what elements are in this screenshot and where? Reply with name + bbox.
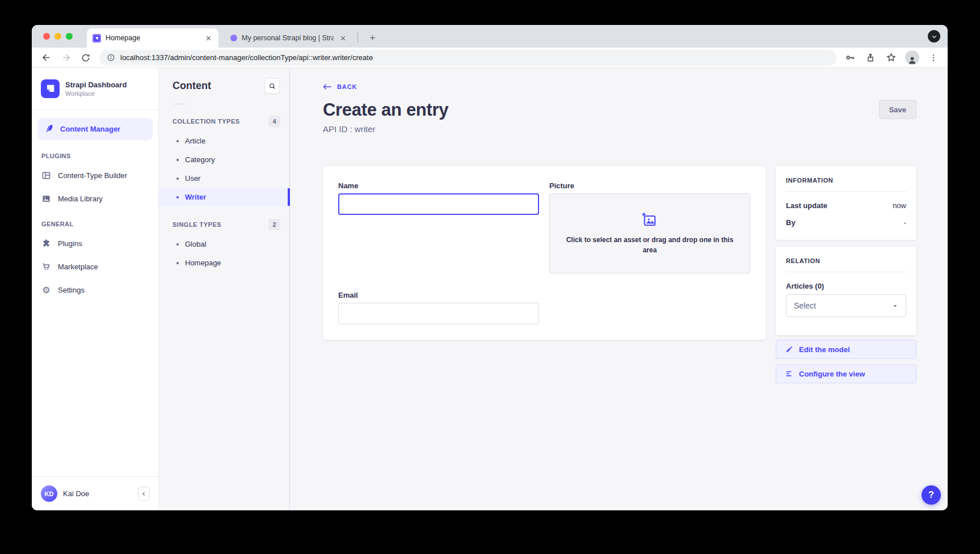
strapi-admin-app: Strapi Dashboard Workplace Content Manag… — [32, 68, 948, 510]
workspace-header[interactable]: Strapi Dashboard Workplace — [32, 68, 158, 110]
sidebar-item-label: Content-Type Builder — [58, 171, 127, 180]
minimize-window-button[interactable] — [54, 33, 61, 40]
articles-relation-label: Articles (0) — [786, 282, 906, 290]
info-value: - — [904, 218, 906, 227]
image-icon — [41, 194, 51, 204]
tab-title: Homepage — [106, 34, 199, 42]
tab-strip: Homepage My personal Strapi blog | Strap — [32, 25, 948, 48]
key-icon[interactable] — [844, 52, 856, 64]
gear-icon: ⚙ — [41, 285, 51, 295]
new-tab-button[interactable] — [364, 29, 380, 45]
help-button[interactable]: ? — [922, 485, 941, 505]
browser-menu-icon[interactable] — [927, 52, 940, 64]
blog-favicon-icon — [230, 35, 237, 41]
subnav-item-label: Global — [185, 240, 207, 248]
tab-title: My personal Strapi blog | Strap — [242, 34, 334, 42]
configure-lines-icon — [785, 370, 793, 378]
sidebar-item-media-library[interactable]: Media Library — [32, 187, 158, 210]
url-bar[interactable]: localhost:1337/admin/content-manager/col… — [99, 50, 836, 66]
cart-icon — [41, 262, 51, 272]
info-label: By — [786, 218, 796, 227]
bullet-icon — [176, 196, 179, 198]
sidebar-item-content-manager[interactable]: Content Manager — [37, 118, 153, 140]
tab-homepage[interactable]: Homepage — [87, 28, 218, 48]
select-value: Select — [794, 301, 816, 310]
share-icon[interactable] — [864, 52, 877, 64]
configure-view-label: Configure the view — [799, 370, 865, 378]
sidebar-item-marketplace[interactable]: Marketplace — [32, 255, 158, 278]
sidebar-item-plugins[interactable]: Plugins — [32, 232, 158, 255]
forward-nav-icon[interactable] — [60, 52, 72, 64]
subnav-item-global[interactable]: Global — [159, 235, 289, 253]
group-header-collection-types: COLLECTION TYPES 4 — [159, 111, 289, 132]
sidebar-item-label: Settings — [58, 286, 85, 294]
info-value: now — [893, 201, 906, 210]
entry-form-card: Name Picture Click to select an asset or… — [323, 166, 766, 340]
bullet-icon — [176, 159, 179, 161]
chevron-down-icon — [892, 303, 898, 309]
back-label: BACK — [337, 83, 357, 90]
subnav-item-homepage[interactable]: Homepage — [159, 253, 289, 272]
group-header-single-types: SINGLE TYPES 2 — [159, 214, 289, 235]
bullet-icon — [176, 140, 179, 142]
strapi-logo-icon — [41, 79, 60, 98]
sidebar-item-label: Media Library — [58, 194, 103, 203]
divider — [786, 191, 906, 192]
bullet-icon — [176, 177, 179, 180]
name-input[interactable] — [338, 193, 539, 215]
feather-pen-icon — [45, 124, 54, 134]
collapse-sidebar-button[interactable] — [138, 487, 150, 501]
content-subnav: Content COLLECTION TYPES 4 Article Categ… — [159, 68, 290, 510]
user-area: KD Kai Doe — [32, 476, 158, 510]
strapi-favicon-icon — [92, 34, 101, 43]
sidebar-item-content-type-builder[interactable]: Content-Type Builder — [32, 164, 158, 187]
picture-upload-dropzone[interactable]: Click to select an asset or drag and dro… — [549, 193, 750, 273]
save-button[interactable]: Save — [879, 100, 916, 119]
subnav-item-category[interactable]: Category — [159, 150, 289, 169]
information-title: INFORMATION — [786, 177, 906, 184]
divider — [786, 272, 906, 272]
search-button[interactable] — [264, 78, 280, 94]
subnav-item-label: Writer — [185, 193, 206, 201]
browser-profile-avatar[interactable] — [905, 50, 919, 65]
close-window-button[interactable] — [43, 33, 50, 40]
subnav-item-label: Homepage — [185, 259, 221, 267]
pencil-icon — [785, 345, 793, 353]
back-nav-icon[interactable] — [40, 52, 52, 64]
bullet-icon — [176, 243, 179, 246]
section-label-plugins: PLUGINS — [32, 142, 158, 164]
puzzle-icon — [41, 239, 51, 248]
page-title: Create an entry — [323, 100, 448, 120]
page-subtitle: API ID : writer — [323, 124, 916, 134]
edit-model-button[interactable]: Edit the model — [776, 340, 916, 359]
subnav-item-user[interactable]: User — [159, 169, 289, 188]
tab-search-button[interactable] — [928, 30, 940, 43]
close-tab-icon[interactable] — [204, 33, 213, 43]
subnav-item-article[interactable]: Article — [159, 132, 289, 150]
back-link[interactable]: BACK — [323, 83, 357, 90]
bookmark-star-icon[interactable] — [885, 52, 897, 64]
right-panel: INFORMATION Last update now By - RELATIO… — [776, 166, 916, 383]
sidebar-item-label: Content Manager — [60, 125, 120, 133]
browser-toolbar: localhost:1337/admin/content-manager/col… — [32, 48, 948, 68]
info-row-last-update: Last update now — [786, 201, 906, 210]
email-input[interactable] — [338, 303, 539, 324]
url-text: localhost:1337/admin/content-manager/col… — [120, 53, 373, 62]
relation-card: RELATION Articles (0) Select — [776, 247, 916, 335]
close-tab-icon[interactable] — [338, 33, 347, 43]
user-avatar[interactable]: KD — [41, 485, 57, 502]
user-name: Kai Doe — [63, 489, 89, 498]
group-label: COLLECTION TYPES — [173, 118, 240, 125]
bullet-icon — [176, 262, 179, 264]
configure-view-button[interactable]: Configure the view — [776, 364, 916, 383]
information-card: INFORMATION Last update now By - — [776, 166, 916, 240]
maximize-window-button[interactable] — [66, 33, 73, 40]
edit-model-label: Edit the model — [799, 345, 850, 354]
reload-icon[interactable] — [79, 52, 92, 64]
tab-strapi-blog[interactable]: My personal Strapi blog | Strap — [225, 28, 353, 48]
name-field-label: Name — [338, 181, 539, 190]
articles-select[interactable]: Select — [786, 294, 906, 317]
sidebar-item-settings[interactable]: ⚙ Settings — [32, 278, 158, 302]
info-row-by: By - — [786, 218, 906, 227]
subnav-item-writer[interactable]: Writer — [159, 188, 289, 206]
